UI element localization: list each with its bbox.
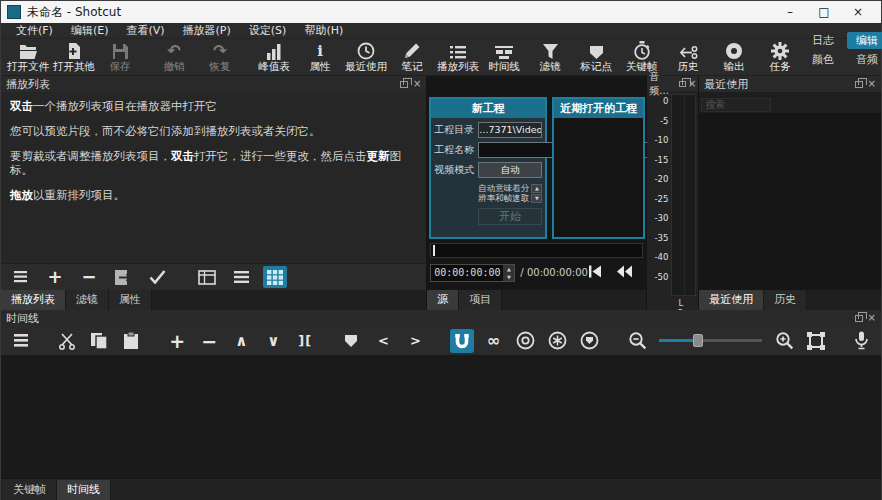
markers-button[interactable]: 标记点 (573, 40, 619, 75)
toolbar-label: 属性 (310, 60, 331, 73)
redo-button[interactable]: ↷ 恢复 (197, 40, 243, 75)
player-seek-bar[interactable] (430, 243, 643, 258)
recent-search-input[interactable] (701, 98, 771, 112)
undo-button[interactable]: ↶ 撤销 (151, 40, 197, 75)
cut-button[interactable] (55, 329, 79, 353)
snap-button[interactable] (450, 329, 474, 353)
hint-scroll-up-button[interactable]: ▲ (531, 184, 542, 193)
playlist-button[interactable]: 播放列表 (435, 40, 481, 75)
timeline-tracks-area[interactable] (1, 356, 881, 478)
ripple-button[interactable] (514, 329, 538, 353)
save-button[interactable]: 保存 (97, 40, 143, 75)
zoom-fit-button[interactable] (804, 329, 828, 353)
menu-help[interactable]: 帮助(H) (295, 23, 352, 39)
spin-up-icon[interactable]: ▲ (503, 265, 514, 273)
tab-recent[interactable]: 最近使用 (699, 290, 764, 310)
current-time-input[interactable] (431, 265, 503, 281)
lift-button[interactable]: ∧ (229, 329, 253, 353)
properties-button[interactable]: i 属性 (297, 40, 343, 75)
project-folder-button[interactable]: ...7371\Videos (478, 122, 542, 138)
minimize-button[interactable]: – (773, 2, 807, 22)
hint-scroll-down-button[interactable]: ▼ (531, 194, 542, 203)
ripple-markers-button[interactable] (578, 329, 602, 353)
rewind-button[interactable] (616, 263, 633, 282)
close-panel-icon[interactable]: × (868, 79, 876, 89)
recent-button[interactable]: 最近使用 (343, 40, 389, 75)
timeline-button[interactable]: 时间线 (481, 40, 527, 75)
copy-button[interactable] (87, 329, 111, 353)
playlist-menu-button[interactable] (9, 266, 33, 288)
tab-project[interactable]: 项目 (459, 290, 502, 310)
zoom-out-button[interactable] (625, 329, 649, 353)
toolbar-label: 任务 (770, 60, 791, 73)
ripple-delete-button[interactable]: − (197, 329, 221, 353)
layout-logging-button[interactable]: 日志 (803, 32, 843, 49)
jobs-button[interactable]: 任务 (757, 40, 803, 75)
tab-timeline[interactable]: 时间线 (57, 480, 111, 500)
playlist-remove-button[interactable]: − (77, 266, 101, 288)
tab-playlist[interactable]: 播放列表 (1, 290, 66, 310)
spin-down-icon[interactable]: ▼ (503, 273, 514, 281)
time-spinner[interactable]: ▲ ▼ (503, 265, 514, 281)
recent-files-list[interactable] (699, 113, 881, 290)
help-text: 以重新排列项目。 (33, 188, 125, 202)
open-file-button[interactable]: 打开文件 (5, 40, 51, 75)
video-mode-button[interactable]: 自动 (478, 162, 542, 178)
menu-player[interactable]: 播放器(P) (174, 23, 240, 39)
notes-button[interactable]: 笔记 (389, 40, 435, 75)
recent-projects-list[interactable] (554, 118, 643, 237)
toolbar-label: 标记点 (580, 60, 612, 73)
notes-icon (403, 42, 421, 60)
tab-properties[interactable]: 属性 (109, 290, 152, 310)
peak-meter-button[interactable]: 峰值表 (251, 40, 297, 75)
playlist-ok-button[interactable] (145, 266, 169, 288)
audio-meter-header: 音频... × (647, 76, 698, 91)
zoom-slider-thumb[interactable] (693, 334, 703, 347)
output-button[interactable]: 输出 (711, 40, 757, 75)
tab-source[interactable]: 源 (427, 290, 459, 310)
ripple-all-tracks-button[interactable] (546, 329, 570, 353)
timeline-zoom-slider[interactable] (659, 339, 762, 342)
menu-file[interactable]: 文件(F) (7, 23, 62, 39)
scrub-while-dragging-button[interactable]: ∞ (482, 329, 506, 353)
help-text: 您可以预览片段，而不必将它们添加到播放列表或者关闭它。 (10, 124, 321, 138)
layout-editing-button[interactable]: 编辑 (847, 32, 882, 49)
playhead-cursor[interactable] (433, 245, 435, 256)
filters-button[interactable]: 滤镜 (527, 40, 573, 75)
next-marker-button[interactable]: > (403, 329, 427, 353)
playlist-add-button[interactable]: + (43, 266, 67, 288)
split-button[interactable]: ][ (293, 329, 317, 353)
maximize-button[interactable]: □ (807, 2, 841, 22)
timeline-menu-button[interactable] (9, 329, 33, 353)
close-panel-icon[interactable]: × (413, 79, 421, 89)
tab-filters[interactable]: 滤镜 (66, 290, 109, 310)
menu-view[interactable]: 查看(V) (117, 23, 173, 39)
append-button[interactable]: + (165, 329, 189, 353)
zoom-in-button[interactable] (772, 329, 796, 353)
float-panel-icon[interactable] (855, 315, 863, 322)
overwrite-button[interactable]: ∨ (261, 329, 285, 353)
tab-history[interactable]: 历史 (764, 290, 807, 310)
tab-keyframes[interactable]: 关键帧 (3, 480, 57, 500)
db-tick: -35 (654, 233, 668, 243)
skip-to-start-button[interactable] (588, 263, 602, 282)
close-panel-icon[interactable]: × (868, 313, 876, 323)
video-mode-label: 视频模式 (434, 163, 478, 177)
previous-marker-button[interactable]: < (371, 329, 395, 353)
playlist-update-button[interactable] (111, 266, 135, 288)
paste-button[interactable] (119, 329, 143, 353)
view-tiles-button[interactable] (229, 266, 253, 288)
view-icons-button[interactable] (263, 266, 287, 288)
float-panel-icon[interactable] (855, 81, 863, 88)
menu-settings[interactable]: 设定(S) (240, 23, 296, 39)
float-panel-icon[interactable] (679, 81, 686, 87)
start-button[interactable]: 开始 (478, 208, 542, 225)
float-panel-icon[interactable] (400, 81, 408, 88)
record-audio-icon[interactable] (849, 329, 873, 353)
open-other-button[interactable]: 打开其他 (51, 40, 97, 75)
view-details-button[interactable] (195, 266, 219, 288)
menu-edit[interactable]: 编辑(E) (62, 23, 118, 39)
marker-button[interactable] (339, 329, 363, 353)
recent-panel-header: 最近使用 × (699, 76, 881, 92)
close-button[interactable]: × (841, 2, 875, 22)
